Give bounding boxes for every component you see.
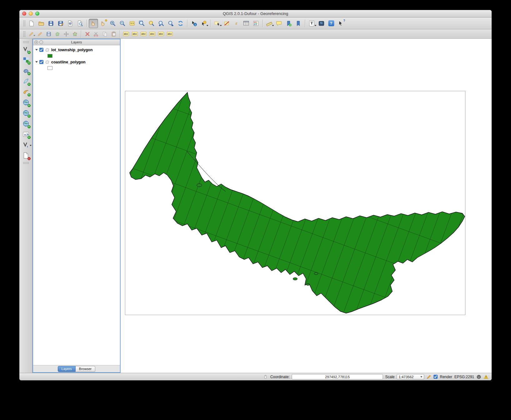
zoom-native-button[interactable]: 1:1 xyxy=(127,19,137,28)
new-project-button[interactable] xyxy=(27,19,36,28)
zoom-to-selection-button[interactable] xyxy=(147,19,156,28)
remove-layer-button[interactable]: – xyxy=(21,151,31,160)
label-move-icon: abc xyxy=(149,32,156,36)
add-postgis-layer-button[interactable]: + xyxy=(21,66,31,75)
add-delimited-text-layer-button[interactable]: + xyxy=(21,130,31,139)
new-print-composer-button[interactable] xyxy=(66,19,75,28)
toolbar-grip[interactable] xyxy=(23,20,25,27)
refresh-map-button[interactable] xyxy=(176,19,185,28)
title-bar[interactable]: QGIS 2.0.1-Dufour - Georeferencing xyxy=(19,10,492,17)
open-project-button[interactable] xyxy=(37,19,46,28)
label-show-hide-button[interactable]: abc xyxy=(139,30,148,38)
scale-combo[interactable]: 1:473562 xyxy=(397,374,424,379)
layer-row[interactable]: lot_township_polygon xyxy=(33,47,120,53)
label-pin-icon: abc xyxy=(132,32,138,36)
move-feature-button[interactable] xyxy=(62,30,70,38)
new-shapefile-layer-button[interactable] xyxy=(21,140,31,150)
messages-button[interactable] xyxy=(484,374,489,379)
select-by-expression-button[interactable]: ε xyxy=(232,19,241,28)
measure-line-button[interactable] xyxy=(265,19,274,28)
copy-features-button[interactable] xyxy=(101,30,109,38)
add-wfs-layer-button[interactable]: + xyxy=(21,119,31,128)
new-bookmark-button[interactable] xyxy=(284,19,293,28)
python-console-button[interactable] xyxy=(317,19,326,28)
toolbar-grip[interactable] xyxy=(23,31,25,37)
layers-panel-header[interactable]: × ◦ Layers xyxy=(33,39,120,45)
add-mssql-layer-button[interactable]: + xyxy=(21,87,31,96)
layer-symbol-swatch[interactable] xyxy=(47,54,52,58)
identify-features-button[interactable] xyxy=(189,19,199,28)
text-annotation-button[interactable]: T xyxy=(307,19,316,28)
toggle-editing-button[interactable] xyxy=(36,30,44,38)
label-pin-button[interactable]: abc xyxy=(131,30,139,38)
layer-symbol-swatch[interactable] xyxy=(47,66,52,70)
delete-selected-button[interactable] xyxy=(83,30,92,38)
add-wcs-layer-button[interactable]: + xyxy=(21,108,31,118)
save-project-button[interactable] xyxy=(46,19,56,28)
paste-features-button[interactable] xyxy=(109,30,118,38)
minimize-window-button[interactable] xyxy=(29,12,33,16)
help-contents-button[interactable]: ? xyxy=(326,19,336,28)
tab-browser[interactable]: Browser xyxy=(76,366,95,372)
feature-action-button[interactable] xyxy=(199,19,208,28)
layer-name[interactable]: lot_township_polygon xyxy=(51,48,93,52)
combo-caret-icon[interactable] xyxy=(420,376,422,378)
scale-label: Scale xyxy=(385,375,394,379)
dropdown-caret-icon[interactable] xyxy=(315,25,316,27)
save-project-as-button[interactable] xyxy=(56,19,65,28)
zoom-next-button[interactable] xyxy=(166,19,176,28)
zoom-full-button[interactable] xyxy=(137,19,146,28)
toolbar-grip[interactable] xyxy=(23,41,29,43)
pan-to-selection-button[interactable] xyxy=(98,19,108,28)
add-wms-layer-button[interactable]: + xyxy=(21,98,31,107)
add-raster-layer-button[interactable]: + xyxy=(21,55,31,65)
dropdown-caret-icon[interactable] xyxy=(206,25,208,27)
layer-row[interactable]: coastline_polygon xyxy=(33,59,120,65)
select-features-button[interactable] xyxy=(212,19,222,28)
render-checkbox[interactable] xyxy=(434,375,438,379)
field-calculator-button[interactable] xyxy=(251,19,260,28)
label-rotate-button[interactable]: abc xyxy=(157,30,165,38)
zoom-last-button[interactable] xyxy=(156,19,166,28)
node-tool-button[interactable] xyxy=(71,30,79,38)
zoom-out-button[interactable] xyxy=(118,19,127,28)
add-feature-button[interactable] xyxy=(53,30,62,38)
panel-detach-icon[interactable]: ◦ xyxy=(39,40,43,44)
dropdown-caret-icon[interactable] xyxy=(272,25,274,27)
collapse-arrow-icon[interactable] xyxy=(35,61,38,63)
whats-this-button[interactable]: ? xyxy=(336,19,345,28)
crs-status-button[interactable] xyxy=(476,374,481,379)
cut-features-button[interactable] xyxy=(92,30,100,38)
panel-close-icon[interactable]: × xyxy=(34,40,38,44)
label-move-button[interactable]: abc xyxy=(148,30,156,38)
layer-visibility-checkbox[interactable] xyxy=(39,60,43,64)
composer-manager-button[interactable] xyxy=(75,19,85,28)
map-canvas[interactable] xyxy=(121,39,492,373)
collapse-arrow-icon[interactable] xyxy=(35,49,38,51)
deselect-features-button[interactable] xyxy=(222,19,231,28)
toolbar-grip[interactable] xyxy=(23,162,29,164)
mouse-position-button[interactable] xyxy=(263,374,268,379)
zoom-in-button[interactable] xyxy=(108,19,117,28)
save-layer-edits-button[interactable] xyxy=(44,30,53,38)
current-edits-button[interactable] xyxy=(27,30,35,38)
close-window-button[interactable] xyxy=(22,12,26,16)
dropdown-caret-icon[interactable] xyxy=(220,25,222,27)
scale-edit-button[interactable] xyxy=(426,374,431,379)
coordinate-input[interactable] xyxy=(292,374,383,379)
dropdown-caret-icon[interactable] xyxy=(30,145,32,147)
dropdown-caret-icon[interactable] xyxy=(33,35,35,37)
add-spatialite-layer-button[interactable]: + xyxy=(21,77,31,86)
zoom-window-button[interactable] xyxy=(35,12,39,16)
open-attribute-table-button[interactable] xyxy=(241,19,251,28)
toolbar-separator xyxy=(187,20,187,27)
pan-map-button[interactable] xyxy=(89,19,98,28)
label-properties-button[interactable]: abc xyxy=(166,30,174,38)
layer-labeling-button[interactable]: abc xyxy=(122,30,130,38)
add-vector-layer-button[interactable]: + xyxy=(21,45,31,54)
map-tips-button[interactable] xyxy=(274,19,284,28)
layer-visibility-checkbox[interactable] xyxy=(39,48,43,52)
show-bookmarks-button[interactable] xyxy=(294,19,303,28)
layer-name[interactable]: coastline_polygon xyxy=(51,60,86,64)
tab-layers[interactable]: Layers xyxy=(58,366,76,372)
